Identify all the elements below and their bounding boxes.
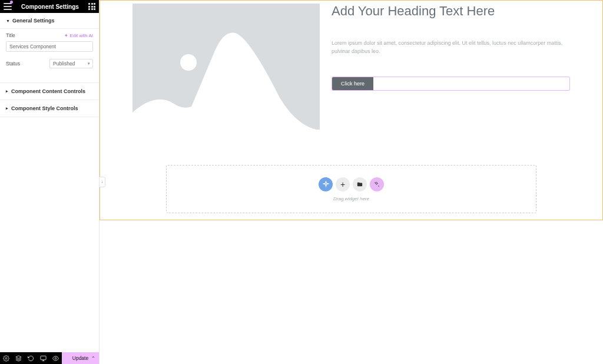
section-label: Component Style Controls bbox=[11, 105, 78, 111]
add-section-ai-icon[interactable] bbox=[319, 177, 333, 191]
preview-icon[interactable] bbox=[49, 352, 62, 364]
navigator-icon[interactable] bbox=[12, 352, 25, 364]
section-content-controls[interactable]: ▸ Component Content Controls bbox=[0, 82, 99, 100]
add-section-folder-icon[interactable] bbox=[353, 177, 367, 191]
status-value: Published bbox=[53, 61, 75, 67]
status-label: Status bbox=[6, 61, 20, 67]
panel-title: Component Settings bbox=[12, 4, 88, 10]
drop-hint-text: Drag widget here bbox=[333, 196, 369, 201]
add-section-sparkle-icon[interactable] bbox=[370, 177, 384, 191]
image-placeholder[interactable] bbox=[132, 4, 320, 130]
edit-with-ai-link[interactable]: ✦ Edit with AI bbox=[64, 33, 93, 38]
section-style-controls[interactable]: ▸ Component Style Controls bbox=[0, 100, 99, 117]
drop-zone[interactable]: + Drag widget here bbox=[166, 165, 536, 213]
svg-marker-1 bbox=[16, 355, 21, 358]
button-widget-selected[interactable]: Click here bbox=[332, 77, 570, 91]
page-section[interactable]: Add Your Heading Text Here Lorem ipsum d… bbox=[100, 0, 603, 220]
svg-point-5 bbox=[55, 358, 57, 359]
chevron-down-icon: ▾ bbox=[88, 61, 90, 66]
collapse-panel-handle[interactable]: ‹ bbox=[100, 177, 105, 187]
title-input[interactable] bbox=[6, 41, 93, 52]
heading-text[interactable]: Add Your Heading Text Here bbox=[332, 4, 570, 19]
settings-icon[interactable] bbox=[0, 352, 12, 364]
chevron-up-icon[interactable]: ⌃ bbox=[91, 356, 95, 361]
add-section-plus-icon[interactable]: + bbox=[336, 177, 350, 191]
history-icon[interactable] bbox=[25, 352, 37, 364]
sparkle-icon: ✦ bbox=[64, 33, 68, 38]
caret-down-icon: ▼ bbox=[6, 19, 10, 23]
svg-point-0 bbox=[5, 358, 7, 359]
section-general-settings[interactable]: ▼ General Settings bbox=[0, 13, 99, 29]
svg-point-7 bbox=[180, 54, 197, 71]
body-text[interactable]: Lorem ipsum dolor sit amet, consectetur … bbox=[332, 39, 570, 55]
bottom-toolbar: Update ⌃ bbox=[0, 352, 99, 364]
caret-right-icon: ▸ bbox=[6, 106, 8, 111]
status-select[interactable]: Published ▾ bbox=[49, 59, 93, 68]
responsive-icon[interactable] bbox=[37, 352, 49, 364]
caret-right-icon: ▸ bbox=[6, 89, 8, 94]
section-label: Component Content Controls bbox=[11, 88, 85, 94]
section-label: General Settings bbox=[12, 18, 55, 24]
update-button[interactable]: Update ⌃ bbox=[62, 352, 99, 364]
svg-rect-2 bbox=[41, 356, 46, 359]
title-label: Title bbox=[6, 32, 15, 38]
cta-button[interactable]: Click here bbox=[332, 77, 373, 90]
widgets-grid-icon[interactable] bbox=[88, 3, 95, 10]
menu-icon[interactable] bbox=[4, 2, 12, 11]
